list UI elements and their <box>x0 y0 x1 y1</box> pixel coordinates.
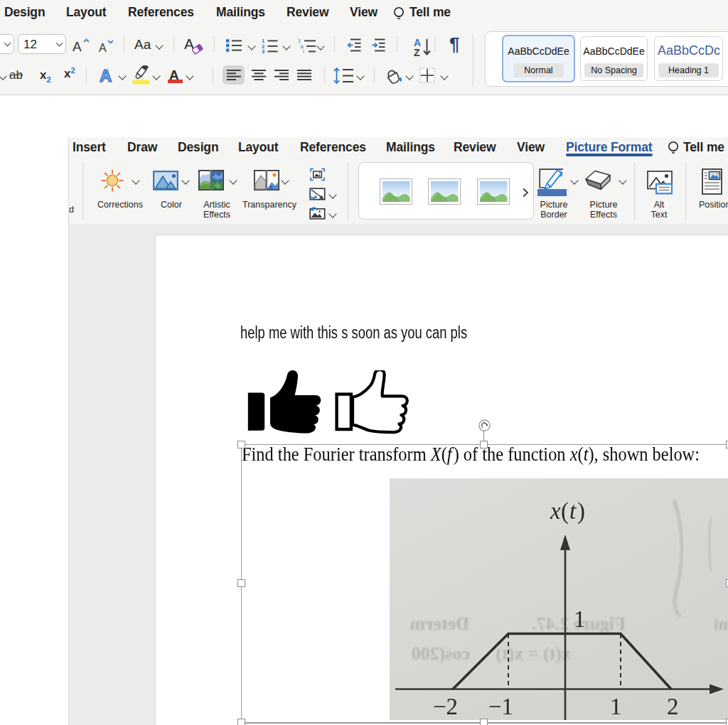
svg-text:3: 3 <box>262 48 264 53</box>
svg-text:i: i <box>303 48 304 53</box>
svg-text:Z: Z <box>414 47 420 57</box>
svg-text:A: A <box>100 67 112 84</box>
